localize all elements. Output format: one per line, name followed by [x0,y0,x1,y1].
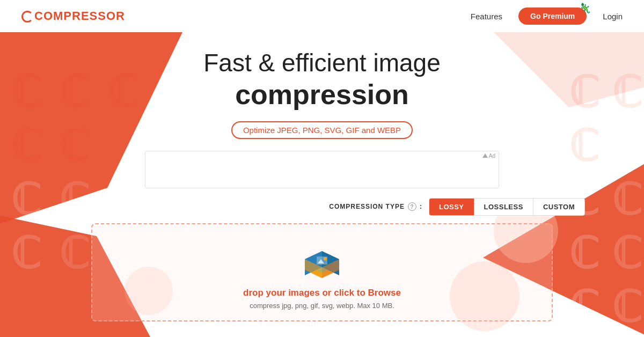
compression-label-text: COMPRESSION TYPE [329,203,405,210]
custom-button[interactable]: CUSTOM [533,199,584,215]
colon: : [420,203,422,210]
drop-text-main: drop your images or click to Browse [243,288,401,298]
compression-selector: COMPRESSION TYPE ? : LOSSY LOSSLESS CUST… [329,198,644,216]
lossy-button[interactable]: LOSSY [429,199,474,215]
help-icon[interactable]: ? [408,202,416,211]
nav-links: Features Go Premium 🦎 Login [471,8,623,25]
drop-zone[interactable]: drop your images or click to Browse comp… [91,223,553,321]
hero-title: Fast & efficient image compression [203,48,440,112]
pink-circle-decoration [450,261,519,331]
ad-triangle-icon [482,153,488,158]
logo-text: COMPRESSOR [34,9,125,23]
compression-buttons: LOSSY LOSSLESS CUSTOM [429,198,585,216]
compression-label: COMPRESSION TYPE ? : [329,202,422,211]
drop-text-sub: compress jpg, png, gif, svg, webp. Max 1… [250,302,394,310]
main-content: Fast & efficient image compression Optim… [0,32,644,321]
logo[interactable]: COMPRESSOR [21,9,471,23]
features-link[interactable]: Features [471,12,502,21]
hero-line1: Fast & efficient image [203,48,440,78]
ad-label: Ad [489,153,495,159]
monster-icon: 🦎 [579,2,591,14]
ad-banner: Ad [145,151,499,188]
svg-point-27 [324,257,327,260]
login-link[interactable]: Login [603,12,623,21]
premium-button[interactable]: Go Premium 🦎 [518,8,587,25]
navbar: COMPRESSOR Features Go Premium 🦎 Login [0,0,644,32]
hero-line2: compression [203,78,440,111]
subtitle-badge: Optimize JPEG, PNG, SVG, GIF and WEBP [231,121,413,139]
drop-zone-icon [301,240,343,280]
lossless-button[interactable]: LOSSLESS [474,199,533,215]
ad-corner[interactable]: Ad [482,153,495,159]
logo-c-icon [21,11,33,23]
pink-circle-2-decoration [125,267,173,315]
